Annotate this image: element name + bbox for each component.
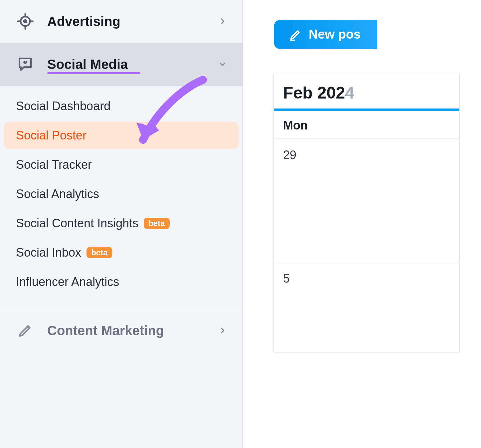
calendar-tab-strip: [274, 109, 459, 111]
calendar-month-suffix: 4: [345, 84, 354, 102]
sidebar-item-social-tracker[interactable]: Social Tracker: [4, 151, 239, 178]
sidebar-item-label: Social Content Insights: [16, 216, 138, 230]
sidebar-section-social-media[interactable]: Social Media: [0, 43, 242, 86]
beta-badge: beta: [144, 218, 169, 229]
pencil-icon: [289, 28, 302, 41]
sidebar-item-social-content-insights[interactable]: Social Content Insights beta: [4, 210, 239, 237]
sidebar-submenu: Social Dashboard Social Poster Social Tr…: [0, 86, 242, 309]
sidebar-item-label: Social Poster: [16, 128, 86, 142]
sidebar-section-advertising[interactable]: Advertising: [0, 0, 242, 43]
beta-badge: beta: [86, 247, 112, 258]
chevron-right-icon: [216, 324, 229, 337]
sidebar-item-label: Social Analytics: [16, 187, 99, 201]
new-post-button[interactable]: New pos: [274, 20, 377, 49]
calendar-month-prefix: Feb 202: [283, 84, 345, 102]
calendar-day-cell[interactable]: 5: [274, 262, 459, 352]
sidebar-item-social-analytics[interactable]: Social Analytics: [4, 180, 239, 208]
sidebar: Advertising Social Media Social: [0, 0, 243, 448]
calendar-day-cell[interactable]: 29: [274, 139, 459, 262]
sidebar-section-label: Content Marketing: [47, 323, 203, 338]
svg-point-1: [24, 20, 27, 23]
calendar-month-title: Feb 2024: [274, 73, 459, 109]
sidebar-section-label: Social Media: [47, 56, 203, 72]
sidebar-item-label: Social Inbox: [16, 246, 81, 260]
chevron-right-icon: [216, 15, 229, 28]
new-post-label: New pos: [309, 27, 361, 42]
calendar-day-header: Mon: [274, 111, 459, 139]
sidebar-item-influencer-analytics[interactable]: Influencer Analytics: [4, 268, 239, 296]
sidebar-item-social-poster[interactable]: Social Poster: [4, 122, 239, 149]
sidebar-item-social-inbox[interactable]: Social Inbox beta: [4, 239, 239, 266]
main-panel: New pos Feb 2024 Mon 29 5: [243, 0, 481, 448]
sidebar-item-label: Social Tracker: [16, 158, 92, 172]
sidebar-item-social-dashboard[interactable]: Social Dashboard: [4, 93, 239, 120]
calendar-card: Feb 2024 Mon 29 5: [273, 73, 460, 352]
pencil-icon: [16, 321, 35, 340]
annotation-underline: [47, 72, 140, 74]
sidebar-section-label-text: Social Media: [47, 57, 128, 72]
sidebar-item-label: Influencer Analytics: [16, 275, 119, 289]
chevron-down-icon: [216, 58, 229, 71]
target-icon: [16, 12, 35, 31]
sidebar-item-label: Social Dashboard: [16, 99, 110, 113]
calendar-active-tab-indicator: [274, 109, 459, 111]
sidebar-section-content-marketing[interactable]: Content Marketing: [0, 309, 242, 352]
chat-heart-icon: [16, 55, 35, 74]
sidebar-section-label: Advertising: [47, 13, 203, 29]
